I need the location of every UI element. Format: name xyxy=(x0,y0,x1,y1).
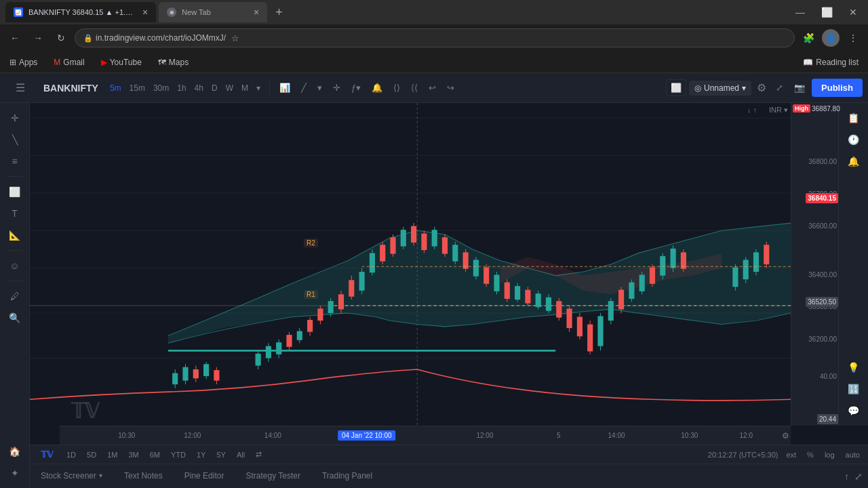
alert-bell-icon[interactable]: 🔔 xyxy=(843,152,865,171)
bookmark-gmail[interactable]: M Gmail xyxy=(50,56,88,68)
panel-tab-notes[interactable]: Text Notes xyxy=(113,464,174,489)
draw-tool-dropdown[interactable]: ▾ xyxy=(313,80,326,96)
brush-tool[interactable]: 🖊 xyxy=(4,287,26,306)
fullscreen-icon[interactable]: ⤢ xyxy=(772,80,787,96)
panel-tab-trading[interactable]: Trading Panel xyxy=(311,464,383,489)
ideas-icon[interactable]: 💡 xyxy=(843,358,865,377)
svg-rect-38 xyxy=(349,280,354,296)
parallel-channel-tool[interactable]: ≡ xyxy=(4,152,26,171)
period-ytd[interactable]: YTD xyxy=(168,449,189,460)
symbol-label[interactable]: BANKNIFTY xyxy=(38,80,104,96)
panel-tab-screener-dd[interactable]: ▾ xyxy=(99,472,102,479)
crosshair-tool-left[interactable]: ✛ xyxy=(4,108,26,127)
tf-w[interactable]: W xyxy=(222,81,237,95)
rectangle-tool[interactable]: ⬜ xyxy=(4,182,26,201)
panel-tab-screener[interactable]: Stock Screener ▾ xyxy=(30,464,113,489)
restore-icon[interactable]: ⬜ xyxy=(816,4,838,20)
back-button[interactable]: ← xyxy=(5,28,24,47)
svg-rect-90 xyxy=(618,290,624,310)
watchlist-icon[interactable]: 📋 xyxy=(843,108,865,127)
price-36400: 36400.00 xyxy=(808,271,837,279)
log-toggle[interactable]: log xyxy=(822,449,837,460)
drawing-toolbar-toggle[interactable]: ⬜ xyxy=(666,79,686,96)
price-36600: 36600.00 xyxy=(808,222,837,230)
period-3m[interactable]: 3M xyxy=(125,449,141,460)
period-1m[interactable]: 1M xyxy=(104,449,120,460)
period-all[interactable]: All xyxy=(234,449,248,460)
candles-left xyxy=(172,362,219,388)
reading-list-button[interactable]: 📖 Reading list xyxy=(799,56,863,68)
percent-toggle[interactable]: % xyxy=(804,449,816,460)
tab-close-active[interactable]: × xyxy=(142,7,148,18)
address-bar[interactable]: 🔒 in.tradingview.com/chart/ioJOMmxJ/ ☆ xyxy=(75,28,795,47)
new-tab-button[interactable]: + xyxy=(270,5,288,20)
forward-button[interactable]: → xyxy=(28,28,47,47)
more-options-icon[interactable]: ⋮ xyxy=(844,28,863,47)
tf-dropdown-icon[interactable]: ▾ xyxy=(253,81,264,95)
extensions-icon[interactable]: 🧩 xyxy=(799,28,818,47)
svg-rect-32 xyxy=(317,308,323,321)
chart-area[interactable]: 𝕋𝕍 R2 R1 INR ▾ ↓ ↑ xyxy=(30,103,791,426)
panel-tab-strategy[interactable]: Strategy Tester xyxy=(235,464,311,489)
bookmark-maps[interactable]: 🗺 Maps xyxy=(154,56,193,68)
line-tool-button[interactable]: ╱ xyxy=(297,80,311,96)
tf-15m[interactable]: 15m xyxy=(126,81,149,95)
bookmark-youtube[interactable]: ▶ YouTube xyxy=(97,56,146,68)
star-tool[interactable]: ✦ xyxy=(4,464,26,483)
line-draw-tool[interactable]: ╲ xyxy=(4,130,26,149)
panel-collapse-icon[interactable]: ↑ xyxy=(844,471,849,482)
period-5y[interactable]: 5Y xyxy=(214,449,228,460)
calculator-icon[interactable]: 🔢 xyxy=(843,380,865,399)
clock-icon[interactable]: 🕐 xyxy=(843,130,865,149)
bar-type-button[interactable]: 📊 xyxy=(275,80,294,96)
indicator-40-label: 40.00 xyxy=(820,373,837,380)
settings-gear-icon[interactable]: ⚙ xyxy=(754,79,769,97)
indicator-tool[interactable]: ƒ▾ xyxy=(347,80,365,96)
zoom-in-tool[interactable]: 🔍 xyxy=(4,308,26,327)
tab-newtab[interactable]: ⊕ New Tab × xyxy=(159,2,267,22)
tf-5m[interactable]: 5m xyxy=(106,81,125,95)
period-1d[interactable]: 1D xyxy=(64,449,79,460)
scroll-up-icon[interactable]: ↓ ↑ xyxy=(747,106,757,114)
period-6m[interactable]: 6M xyxy=(147,449,163,460)
period-1y[interactable]: 1Y xyxy=(194,449,208,460)
undo-button[interactable]: ↩ xyxy=(425,80,440,96)
panel-tab-pine[interactable]: Pine Editor xyxy=(174,464,235,489)
replay-tool[interactable]: ⟨⟩ xyxy=(389,80,404,96)
tf-4h[interactable]: 4h xyxy=(191,81,207,95)
back-button-chart[interactable]: ⟨⟨ xyxy=(407,80,422,96)
redo-button[interactable]: ↪ xyxy=(443,80,458,96)
compare-icon[interactable]: ⇄ xyxy=(253,449,264,460)
ext-toggle[interactable]: ext xyxy=(783,449,799,460)
tf-d[interactable]: D xyxy=(208,81,221,95)
projection-tool[interactable]: 📐 xyxy=(4,226,26,245)
price-36800: 36800.00 xyxy=(808,158,837,165)
screenshot-icon[interactable]: 📷 xyxy=(790,80,809,96)
hamburger-menu[interactable]: ☰ xyxy=(5,73,35,103)
alerts-tool[interactable]: 🔔 xyxy=(368,80,387,96)
chat-icon[interactable]: 💬 xyxy=(843,401,865,420)
bookmark-apps[interactable]: ⊞ Apps xyxy=(5,56,41,68)
crosshair-tool[interactable]: ✛ xyxy=(329,80,344,96)
panel-expand-icon[interactable]: ⤢ xyxy=(854,471,863,482)
unnamed-layout-btn[interactable]: ◎ Unnamed ▾ xyxy=(689,81,751,96)
time-axis-settings-icon[interactable]: ⚙ xyxy=(782,431,789,441)
tab-close-new[interactable]: × xyxy=(254,7,259,18)
emoji-tool[interactable]: ☺ xyxy=(4,256,26,275)
tab-title-active: BANKNIFTY 36840.15 ▲ +1.15% xyxy=(28,8,137,16)
tf-1h[interactable]: 1h xyxy=(174,81,189,95)
top-toolbar: ☰ BANKNIFTY 5m 15m 30m 1h 4h D W M ▾ 📊 ╱… xyxy=(0,73,868,103)
tf-m[interactable]: M xyxy=(238,81,252,95)
minimize-icon[interactable]: — xyxy=(790,4,810,20)
tf-30m[interactable]: 30m xyxy=(150,81,172,95)
reload-button[interactable]: ↻ xyxy=(52,28,71,47)
bookmark-star-icon[interactable]: ☆ xyxy=(231,33,239,43)
period-5d[interactable]: 5D xyxy=(84,449,99,460)
publish-button[interactable]: Publish xyxy=(812,79,863,97)
tab-active[interactable]: 📈 BANKNIFTY 36840.15 ▲ +1.15% × xyxy=(5,2,156,22)
auto-toggle[interactable]: auto xyxy=(843,449,863,460)
text-tool[interactable]: T xyxy=(4,204,26,223)
close-icon[interactable]: ✕ xyxy=(844,4,863,20)
profile-icon[interactable]: 👤 xyxy=(822,29,840,47)
magnet-tool[interactable]: 🏠 xyxy=(4,442,26,461)
